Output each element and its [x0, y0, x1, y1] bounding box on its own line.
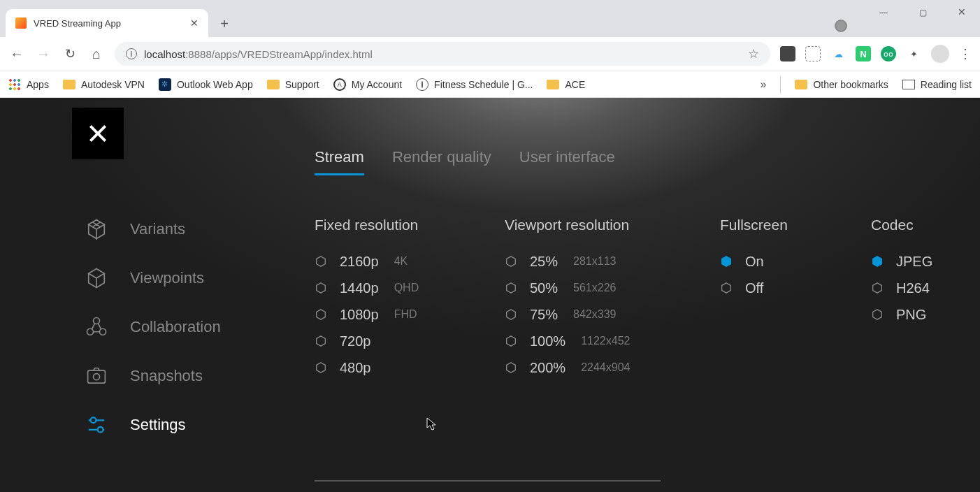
globe-icon	[416, 78, 428, 91]
forward-button[interactable]	[35, 45, 52, 62]
fixed-resolution-option[interactable]: 1440pQHD	[315, 278, 419, 298]
viewport-resolution-option[interactable]: 100%1122x452	[505, 331, 630, 351]
viewport-resolution-option[interactable]: 25%281x113	[505, 252, 630, 271]
bookmark-star-icon[interactable]: ☆	[748, 46, 759, 62]
option-sublabel: 842x339	[573, 307, 616, 322]
window-maximize-icon[interactable]	[913, 6, 932, 18]
group-heading: Fullscreen	[720, 217, 788, 233]
option-label: 200%	[530, 358, 565, 377]
option-label: 2160p	[340, 252, 379, 271]
svg-marker-11	[317, 363, 326, 372]
svg-marker-19	[873, 256, 882, 266]
fixed-resolution-option[interactable]: 480p	[315, 358, 419, 377]
option-sublabel: 561x226	[573, 280, 616, 296]
radio-hex-icon	[315, 335, 327, 347]
extension-icon-2[interactable]	[805, 46, 821, 62]
tab-render-quality[interactable]: Render quality	[392, 148, 491, 175]
sidebar-item-settings[interactable]: Settings	[84, 412, 221, 437]
option-sublabel: 281x113	[573, 254, 616, 269]
address-bar[interactable]: i localhost:8888/apps/VREDStreamApp/inde…	[115, 42, 770, 66]
fullscreen-option[interactable]: Off	[720, 278, 788, 298]
radio-hex-icon	[315, 308, 327, 321]
browser-tab[interactable]: VRED Streaming App ✕	[6, 9, 208, 37]
url-port: :8888	[185, 48, 212, 60]
fixed-resolution-option[interactable]: 720p	[315, 331, 419, 351]
site-info-icon[interactable]: i	[126, 48, 137, 59]
sidebar-item-variants[interactable]: Variants	[84, 217, 221, 242]
sidebar-item-label: Viewpoints	[130, 269, 204, 287]
radio-hex-icon	[315, 255, 327, 268]
svg-point-4	[94, 374, 100, 380]
radio-hex-icon	[505, 255, 517, 268]
viewport-resolution-option[interactable]: 200%2244x904	[505, 358, 630, 377]
browser-menu-icon[interactable]: ⋮	[959, 46, 972, 62]
extension-icon-n[interactable]: N	[856, 46, 871, 62]
sidebar-item-viewpoints[interactable]: Viewpoints	[84, 266, 221, 291]
viewport-resolution-option[interactable]: 50%561x226	[505, 278, 630, 298]
back-button[interactable]	[8, 45, 25, 62]
svg-point-0	[94, 318, 100, 324]
extension-icon-owl[interactable]: ᴏᴏ	[881, 46, 896, 62]
fixed-resolution-option[interactable]: 1080pFHD	[315, 305, 419, 324]
option-label: 100%	[530, 331, 565, 351]
bookmark-ace[interactable]: ACE	[547, 79, 585, 90]
option-label: 1080p	[340, 305, 379, 324]
radio-hex-icon	[871, 255, 884, 268]
viewpoints-icon	[84, 266, 109, 291]
option-label: On	[745, 252, 764, 271]
reload-button[interactable]	[62, 45, 78, 62]
bookmarks-overflow-icon[interactable]: »	[761, 78, 767, 91]
fixed-resolution-option[interactable]: 2160p4K	[315, 252, 419, 271]
option-label: 1440p	[340, 278, 379, 298]
sidebar-item-label: Settings	[130, 416, 186, 434]
extension-icon-1[interactable]	[780, 46, 795, 62]
codec-option[interactable]: JPEG	[871, 252, 932, 271]
codec-option[interactable]: PNG	[871, 305, 932, 324]
profile-status-icon[interactable]	[835, 20, 847, 32]
extension-icon-cloud[interactable]: ☁	[830, 46, 846, 62]
settings-icon	[84, 412, 109, 437]
codec-group: Codec JPEGH264PNG	[871, 217, 932, 331]
new-tab-button[interactable]: +	[214, 13, 235, 34]
home-button[interactable]	[88, 45, 105, 62]
bookmark-support[interactable]: Support	[267, 79, 319, 90]
option-sublabel: QHD	[394, 280, 419, 296]
option-label: H264	[896, 278, 930, 298]
sidebar-item-collaboration[interactable]: Collaboration	[84, 314, 221, 340]
svg-marker-17	[722, 256, 731, 266]
svg-marker-21	[873, 310, 882, 319]
radio-hex-icon	[505, 361, 517, 374]
stream-settings-grid: Fixed resolution 2160p4K1440pQHD1080pFHD…	[315, 217, 938, 471]
bookmark-outlook[interactable]: ✲Outlook Web App	[159, 78, 253, 91]
svg-marker-18	[722, 283, 731, 293]
profile-avatar-icon[interactable]	[931, 45, 949, 63]
close-panel-button[interactable]	[72, 108, 124, 159]
radio-hex-icon	[720, 282, 733, 294]
svg-marker-8	[317, 283, 326, 293]
viewport-resolution-group: Viewport resolution 25%281x11350%561x226…	[505, 217, 630, 384]
extensions-menu-icon[interactable]: ✦	[906, 46, 921, 62]
sidebar-item-snapshots[interactable]: Snapshots	[84, 363, 221, 389]
tab-user-interface[interactable]: User interface	[519, 148, 615, 175]
svg-marker-20	[873, 283, 882, 293]
tab-close-icon[interactable]: ✕	[190, 17, 199, 29]
fullscreen-option[interactable]: On	[720, 252, 788, 271]
window-minimize-icon[interactable]	[874, 6, 893, 18]
codec-option[interactable]: H264	[871, 278, 932, 298]
tab-stream[interactable]: Stream	[315, 148, 364, 175]
bookmark-autodesk-vpn[interactable]: Autodesk VPN	[63, 79, 145, 90]
reading-list-button[interactable]: Reading list	[902, 79, 972, 90]
option-sublabel: 2244x904	[581, 360, 630, 375]
group-heading: Viewport resolution	[505, 217, 630, 233]
bookmark-fitness[interactable]: Fitness Schedule | G...	[416, 78, 533, 91]
option-label: 50%	[530, 278, 558, 298]
window-close-icon[interactable]	[952, 6, 972, 18]
svg-marker-9	[317, 310, 326, 319]
bookmark-apps[interactable]: Apps	[8, 78, 49, 91]
bookmark-my-account[interactable]: AMy Account	[333, 78, 402, 91]
window-controls	[874, 6, 972, 18]
viewport-resolution-option[interactable]: 75%842x339	[505, 305, 630, 324]
tab-title: VRED Streaming App	[34, 18, 183, 29]
option-label: Off	[745, 278, 763, 298]
bookmark-other-folder[interactable]: Other bookmarks	[795, 79, 888, 90]
